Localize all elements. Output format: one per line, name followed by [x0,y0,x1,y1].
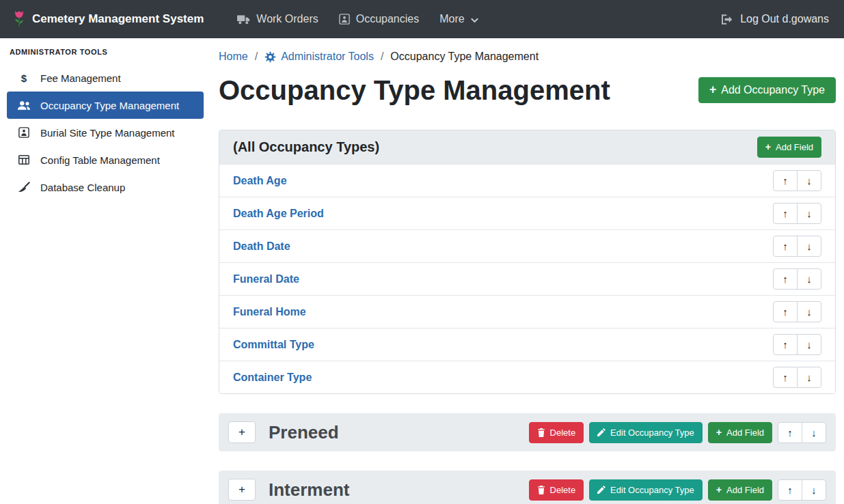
page-title: Occupancy Type Management [219,74,610,107]
field-link[interactable]: Death Age [233,175,287,187]
logout-label: Log Out d.gowans [740,13,829,25]
occupancy-type-section-preneed: + Preneed Delete [219,413,836,451]
edit-occupancy-type-button[interactable]: Edit Occupancy Type [589,479,703,501]
edit-occupancy-type-button[interactable]: Edit Occupancy Type [589,422,703,443]
move-up-button[interactable]: ↑ [773,334,798,355]
add-field-label: Add Field [776,142,813,152]
field-link[interactable]: Committal Type [233,339,314,351]
move-up-button[interactable]: ↑ [773,203,798,224]
add-occupancy-type-button[interactable]: + Add Occupancy Type [698,77,836,103]
breadcrumb-separator: / [381,51,383,63]
person-frame-icon [16,127,31,138]
top-navbar: Cemetery Management System Work Orders O… [0,0,844,38]
sidebar-item-burial-site-type-management[interactable]: Burial Site Type Management [7,119,204,146]
move-down-button[interactable]: ↓ [797,301,821,322]
plus-icon: + [239,483,245,496]
field-row: Death Age Period ↑ ↓ [219,197,835,229]
expand-button[interactable]: + [228,479,256,501]
field-row: Death Date ↑ ↓ [219,229,835,262]
plus-icon: + [716,485,722,494]
arrow-down-icon: ↓ [806,273,812,285]
arrow-down-icon: ↓ [811,484,817,496]
delete-button[interactable]: Delete [529,422,584,443]
add-field-label: Add Field [726,485,764,495]
arrow-up-icon: ↑ [782,306,788,318]
delete-label: Delete [550,428,576,438]
gear-icon [264,51,276,63]
sidebar-item-label: Config Table Management [40,154,160,166]
main-content: Home / Administrator Tool [210,38,844,504]
sidebar-item-database-cleanup[interactable]: Database Cleanup [7,173,204,201]
arrow-down-icon: ↓ [806,240,812,252]
field-link[interactable]: Funeral Home [233,306,306,318]
move-down-button[interactable]: ↓ [797,170,821,191]
field-link[interactable]: Funeral Date [233,273,299,285]
sidebar-item-config-table-management[interactable]: Config Table Management [7,146,204,173]
card-title: (All Occupancy Types) [233,139,379,155]
add-occupancy-type-label: Add Occupancy Type [721,84,825,96]
pencil-icon [597,428,605,436]
sidebar-item-label: Occupancy Type Management [40,100,179,111]
move-up-button[interactable]: ↑ [773,367,798,388]
sidebar-item-fee-management[interactable]: $ Fee Management [7,64,204,92]
breadcrumb-current: Occupancy Type Management [390,51,539,63]
expand-button[interactable]: + [228,421,256,443]
add-field-button[interactable]: + Add Field [757,137,821,158]
breadcrumb-admin-tools-link[interactable]: Administrator Tools [264,51,374,63]
nav-more[interactable]: More [439,13,478,25]
move-down-button[interactable]: ↓ [797,334,821,355]
arrow-up-icon: ↑ [782,208,788,219]
trash-icon [537,486,545,494]
person-frame-icon [339,14,350,25]
field-link[interactable]: Container Type [233,372,312,384]
sidebar-item-occupancy-type-management[interactable]: Occupancy Type Management [7,92,204,119]
add-field-button[interactable]: + Add Field [708,422,772,443]
page-layout: ADMINISTRATOR TOOLS $ Fee Management Occ… [0,38,844,504]
nav-label: Work Orders [256,13,318,25]
move-down-button[interactable]: ↓ [797,236,821,257]
move-up-button[interactable]: ↑ [778,422,802,443]
breadcrumb-home-link[interactable]: Home [219,51,248,63]
sidebar-item-label: Burial Site Type Management [40,127,175,139]
nav-occupancies[interactable]: Occupancies [339,13,420,25]
delete-label: Delete [550,485,576,495]
nav-work-orders[interactable]: Work Orders [237,13,318,25]
arrow-up-icon: ↑ [782,175,788,186]
reorder-buttons: ↑ ↓ [773,367,821,388]
move-down-button[interactable]: ↓ [802,479,826,501]
move-up-button[interactable]: ↑ [773,301,798,322]
app-brand[interactable]: Cemetery Management System [12,10,204,28]
field-link[interactable]: Death Age Period [233,208,324,220]
reorder-buttons: ↑ ↓ [778,422,826,443]
table-icon [16,155,31,165]
delete-button[interactable]: Delete [529,479,584,501]
dollar-icon: $ [16,72,31,84]
reorder-buttons: ↑ ↓ [778,479,826,501]
move-down-button[interactable]: ↓ [797,268,821,290]
sidebar-heading: ADMINISTRATOR TOOLS [0,46,210,64]
plus-icon: + [765,142,771,152]
field-link[interactable]: Death Date [233,240,290,253]
trash-icon [537,428,545,437]
app-title: Cemetery Management System [32,12,204,26]
add-field-button[interactable]: + Add Field [708,479,772,501]
logout-button[interactable]: Log Out d.gowans [722,13,829,25]
plus-icon: + [709,84,716,96]
arrow-down-icon: ↓ [806,175,812,186]
move-down-button[interactable]: ↓ [802,422,826,443]
move-down-button[interactable]: ↓ [797,367,821,388]
sign-out-icon [722,14,734,25]
field-row: Container Type ↑ ↓ [219,361,835,393]
tulip-icon [12,10,26,28]
broom-icon [16,182,31,193]
all-occupancy-types-card: (All Occupancy Types) + Add Field Death … [219,130,836,394]
edit-label: Edit Occupancy Type [610,428,694,438]
field-row: Funeral Home ↑ ↓ [219,295,835,328]
move-down-button[interactable]: ↓ [797,203,821,224]
move-up-button[interactable]: ↑ [773,268,798,290]
move-up-button[interactable]: ↑ [773,236,798,257]
move-up-button[interactable]: ↑ [778,479,802,501]
field-row: Committal Type ↑ ↓ [219,328,835,361]
breadcrumb-admin-tools-label: Administrator Tools [281,51,374,63]
move-up-button[interactable]: ↑ [773,170,798,191]
